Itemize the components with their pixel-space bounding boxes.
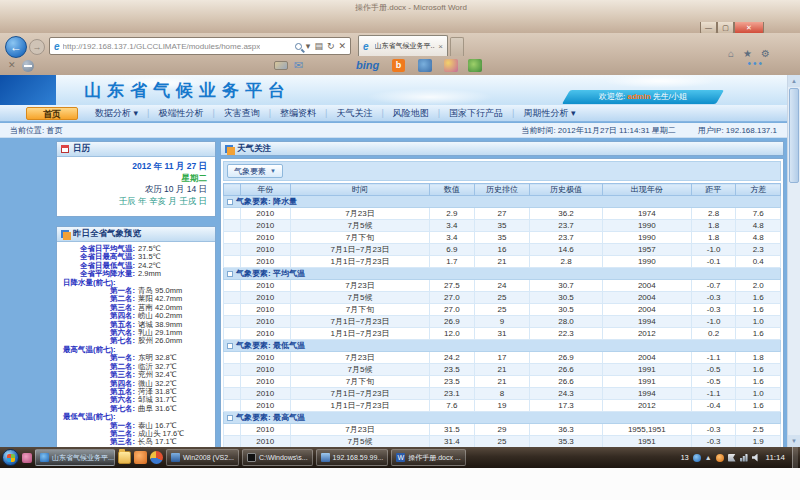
nav-item-0[interactable]: 首页 [26,107,78,120]
group-row[interactable]: 气象要素: 最高气温 [224,412,781,424]
table-row[interactable]: 20107月5候3.43523.719901.84.8 [224,220,781,232]
nav-item-6[interactable]: 风险地图 [384,107,438,120]
column-header-1[interactable]: 时间 [290,184,429,196]
table-row[interactable]: 20101月1日~7月23日1.7212.81990-0.10.4 [224,256,781,268]
pinned-orange-app-icon[interactable] [134,451,147,464]
table-row[interactable]: 20107月1日~7月23日6.91614.61957-1.02.3 [224,244,781,256]
start-button[interactable] [2,449,19,466]
background-window-title: 操作手册.docx - Microsoft Word [355,2,467,13]
column-header-6[interactable]: 距平 [691,184,736,196]
taskbar-window-3[interactable]: W操作手册.docx ... [391,449,466,466]
scrollbar-thumb[interactable] [789,88,799,183]
stop-icon[interactable]: ✕ [338,41,346,51]
tab-close-icon[interactable]: × [438,42,443,51]
blocked-icon[interactable] [22,60,34,72]
explorer-folder-icon[interactable] [118,451,131,464]
group-row[interactable]: 气象要素: 降水量 [224,196,781,208]
show-desktop-button[interactable] [792,447,798,468]
refresh-icon[interactable]: ↻ [327,41,335,51]
group-checkbox[interactable] [227,343,233,349]
table-cell: 1.6 [736,328,781,340]
scroll-down-icon[interactable]: ▼ [788,435,800,447]
browser-tab[interactable]: e 山东省气候业务平... × [358,35,448,56]
table-row[interactable]: 20107月下旬23.52126.61991-0.51.6 [224,376,781,388]
taskbar-ie-window[interactable]: 山东省气候业务平... [35,449,115,466]
camera-tool-icon[interactable] [418,59,432,72]
bing-badge-icon[interactable]: b [392,59,405,72]
taskbar-clock[interactable]: 11:14 [766,453,785,462]
group-row[interactable]: 气象要素: 最低气温 [224,340,781,352]
tray-expand-icon[interactable]: ▲ [705,454,712,461]
page-icon[interactable]: ▤ [314,41,323,51]
volume-icon[interactable] [752,454,760,462]
list-item: 第一名:东明 32.8℃ [57,354,213,362]
column-header-5[interactable]: 出现年份 [602,184,691,196]
taskbar-window-2[interactable]: 192.168.59.99... [316,449,389,466]
bar-close-icon[interactable]: ✕ [8,60,16,70]
new-tab-button[interactable] [450,37,464,56]
nav-item-3[interactable]: 灾害查询 [215,107,269,120]
table-cell: 2010 [240,220,290,232]
nav-item-4[interactable]: 整编资料 [271,107,325,120]
nav-item-5[interactable]: 天气关注 [327,107,381,120]
group-row[interactable]: 气象要素: 平均气温 [224,268,781,280]
taskbar-window-0[interactable]: Win2008 (VS2... [166,449,239,466]
element-filter-button[interactable]: 气象要素 ▼ [227,164,283,178]
table-toolbar: 气象要素 ▼ [223,161,781,181]
table-row[interactable]: 20107月23日27.52430.72004-0.72.0 [224,280,781,292]
nav-item-8[interactable]: 周期性分析 ▾ [514,107,584,120]
media-player-icon[interactable] [150,451,163,464]
table-cell: 1994 [602,316,691,328]
table-row[interactable]: 20107月1日~7月23日23.1824.31994-1.11.0 [224,388,781,400]
table-row[interactable]: 20107月下旬3.43523.719901.84.8 [224,232,781,244]
nav-item-1[interactable]: 数据分析 ▾ [86,107,147,120]
pinned-app-icon[interactable] [22,453,32,463]
nav-item-7[interactable]: 国家下行产品 [440,107,512,120]
list-item: 第六名:邹城 31.7℃ [57,396,213,404]
table-row[interactable]: 20107月5候27.02530.52004-0.31.6 [224,292,781,304]
taskbar-window-1[interactable]: C:\Windows\s... [242,449,313,466]
column-header-0[interactable]: 年份 [240,184,290,196]
command-bar: ✕ ✉ bing b ••• [0,57,800,75]
tray-ime-icon[interactable] [716,454,724,462]
table-row[interactable]: 20107月23日24.21726.92004-1.11.8 [224,352,781,364]
card-reader-icon[interactable] [274,61,288,70]
table-row[interactable]: 20107月1日~7月23日26.9928.01994-1.01.0 [224,316,781,328]
scroll-up-icon[interactable]: ▲ [788,75,800,87]
network-icon[interactable] [740,454,748,462]
nav-item-2[interactable]: 极端性分析 [149,107,212,120]
dropdown-caret-icon[interactable]: ▾ [306,41,311,51]
action-center-flag-icon[interactable] [728,454,736,462]
back-button[interactable]: ← [5,36,27,58]
group-checkbox[interactable] [227,415,233,421]
table-cell: 7月下旬 [290,232,429,244]
group-checkbox[interactable] [227,271,233,277]
table-row[interactable]: 20101月1日~7月23日7.61917.32012-0.41.6 [224,400,781,412]
palette-tool-icon[interactable] [444,59,458,72]
mail-icon[interactable]: ✉ [294,59,303,72]
table-row[interactable]: 20107月23日2.92736.219742.87.6 [224,208,781,220]
url-text[interactable]: http://192.168.137.1/GLCCLIMATE/modules/… [63,42,261,51]
table-row[interactable]: 20101月1日~7月23日12.03122.320120.21.6 [224,328,781,340]
more-options-dots[interactable]: ••• [747,58,764,69]
search-icon[interactable] [295,43,302,50]
table-row[interactable]: 20107月23日31.52936.31955,1951-0.32.5 [224,424,781,436]
forward-button[interactable]: → [29,39,45,55]
welcome-prefix: 欢迎您: [599,90,625,104]
group-checkbox[interactable] [227,199,233,205]
table-cell: 7月23日 [290,280,429,292]
page-scrollbar[interactable]: ▲ ▼ [787,75,800,447]
table-row[interactable]: 20107月5候31.42535.31951-0.31.9 [224,436,781,448]
column-header-3[interactable]: 历史排位 [474,184,530,196]
table-cell: 1991 [602,364,691,376]
table-row[interactable]: 20107月5候23.52126.61991-0.51.6 [224,364,781,376]
section-title: 日降水量(前七): [57,279,213,287]
address-bar[interactable]: e http://192.168.137.1/GLCCLIMATE/module… [49,37,351,55]
table-row[interactable]: 20107月下旬27.02530.52004-0.31.6 [224,304,781,316]
bing-logo[interactable]: bing [356,59,379,71]
column-header-4[interactable]: 历史极值 [530,184,602,196]
column-header-2[interactable]: 数值 [430,184,475,196]
people-tool-icon[interactable] [468,59,482,72]
column-header-7[interactable]: 方差 [736,184,781,196]
tray-app-icon[interactable] [693,454,701,462]
